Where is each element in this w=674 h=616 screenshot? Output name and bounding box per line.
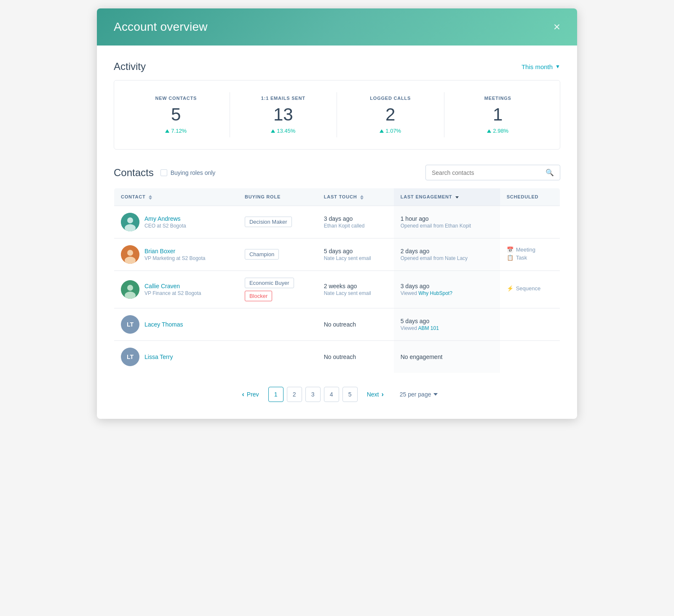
contact-cell: LT Lacey Thomas	[114, 308, 238, 340]
prev-button[interactable]: ‹ Prev	[236, 387, 265, 402]
contacts-title-area: Contacts Buying roles only	[114, 167, 215, 179]
engagement-link[interactable]: ABM 101	[418, 325, 439, 331]
last-touch-cell: 2 weeks ago Nate Lacy sent email	[317, 271, 394, 308]
contact-name[interactable]: Callie Craven	[144, 283, 201, 289]
scheduled-cell: ⚡Sequence	[500, 271, 560, 308]
last-touch-value: 2 weeks ago	[324, 283, 387, 289]
scheduled-label: Task	[516, 254, 527, 261]
col-last-touch[interactable]: LAST TOUCH	[317, 188, 394, 206]
scheduled-icon: ⚡	[507, 285, 514, 292]
engagement-link[interactable]: Why HubSpot?	[418, 290, 452, 296]
up-arrow-icon	[487, 129, 491, 133]
stat-change-new-contacts: 7.12%	[129, 128, 223, 134]
last-engagement-cell: 1 hour ago Opened email from Ethan Kopit	[394, 206, 500, 238]
pagination: ‹ Prev 1 2 3 4 5 Next › 25 per page	[114, 387, 560, 402]
up-arrow-icon	[380, 129, 384, 133]
contact-cell: LT Lissa Terry	[114, 340, 238, 373]
svg-point-1	[127, 217, 133, 223]
stat-value-new-contacts: 5	[129, 105, 223, 124]
search-input[interactable]	[432, 169, 542, 176]
stat-label-meetings: MEETINGS	[451, 96, 545, 101]
contact-name[interactable]: Amy Andrews	[144, 215, 186, 222]
stat-new-contacts: NEW CONTACTS 5 7.12%	[123, 92, 230, 137]
sort-down	[149, 198, 152, 200]
chevron-right-icon: ›	[381, 391, 383, 398]
buying-role-cell: Champion	[238, 238, 317, 271]
col-scheduled: SCHEDULED	[500, 188, 560, 206]
period-selector[interactable]: This month ▼	[522, 63, 560, 70]
sort-icon-contact	[149, 195, 152, 200]
next-button[interactable]: Next ›	[361, 387, 390, 402]
contact-name[interactable]: Brian Boxer	[144, 248, 206, 254]
scheduled-cell	[500, 308, 560, 340]
last-touch-detail: Nate Lacy sent email	[324, 255, 387, 261]
stat-logged-calls: LOGGED CALLS 2 1.07%	[337, 92, 444, 137]
activity-title: Activity	[114, 61, 146, 72]
contact-name[interactable]: Lacey Thomas	[144, 321, 183, 328]
table-header-row: CONTACT BUYING ROLE LAST TOUCH	[114, 188, 560, 206]
engagement-detail: Viewed Why HubSpot?	[401, 290, 493, 296]
last-touch-cell: 3 days ago Ethan Kopit called	[317, 206, 394, 238]
stat-label-emails: 1:1 EMAILS SENT	[237, 96, 330, 101]
page-2-button[interactable]: 2	[287, 387, 302, 402]
stat-change-pct-emails: 13.45%	[277, 128, 295, 134]
last-engagement-value: 1 hour ago	[401, 215, 493, 222]
last-touch-detail: Nate Lacy sent email	[324, 290, 387, 296]
engagement-detail: Opened email from Ethan Kopit	[401, 223, 493, 229]
last-touch-cell: No outreach	[317, 308, 394, 340]
contacts-table: CONTACT BUYING ROLE LAST TOUCH	[114, 188, 560, 373]
engagement-detail: Viewed ABM 101	[401, 325, 493, 331]
close-button[interactable]: ×	[554, 21, 560, 33]
stat-value-emails: 13	[237, 105, 330, 124]
chevron-left-icon: ‹	[242, 391, 244, 398]
avatar: LT	[121, 315, 139, 334]
avatar: LT	[121, 348, 139, 366]
buying-role-blocker-badge: Blocker	[245, 291, 272, 301]
scheduled-item: 📋Task	[507, 254, 553, 261]
prev-label: Prev	[247, 391, 259, 398]
col-last-engagement[interactable]: LAST ENGAGEMENT	[394, 188, 500, 206]
stat-value-meetings: 1	[451, 105, 545, 124]
last-touch-detail: Ethan Kopit called	[324, 223, 387, 229]
stat-change-pct-calls: 1.07%	[385, 128, 401, 134]
table-row: Brian Boxer VP Marketing at S2 Bogota Ch…	[114, 238, 560, 271]
stat-change-calls: 1.07%	[344, 128, 437, 134]
avatar	[121, 213, 139, 231]
svg-point-4	[127, 250, 133, 256]
page-4-button[interactable]: 4	[324, 387, 339, 402]
contacts-search-box[interactable]: 🔍	[425, 165, 560, 180]
chevron-down-icon: ▼	[555, 64, 560, 70]
stat-meetings: MEETINGS 1 2.98%	[444, 92, 552, 137]
scheduled-cell	[500, 340, 560, 373]
account-overview-modal: Account overview × Activity This month ▼…	[97, 8, 577, 419]
activity-section-header: Activity This month ▼	[114, 61, 560, 72]
buying-role-badge: Champion	[245, 249, 279, 260]
caret-down-icon	[433, 393, 438, 396]
last-touch-value: 5 days ago	[324, 248, 387, 254]
per-page-selector[interactable]: 25 per page	[400, 391, 438, 398]
buying-roles-label: Buying roles only	[171, 169, 216, 176]
buying-role-cell: Economic BuyerBlocker	[238, 271, 317, 308]
contact-subtitle: VP Marketing at S2 Bogota	[144, 255, 206, 261]
avatar	[121, 280, 139, 299]
stat-change-pct-new-contacts: 7.12%	[171, 128, 187, 134]
engagement-detail: Opened email from Nate Lacy	[401, 255, 493, 261]
stat-label-new-contacts: NEW CONTACTS	[129, 96, 223, 101]
contact-cell: Brian Boxer VP Marketing at S2 Bogota	[114, 238, 238, 271]
contact-name[interactable]: Lissa Terry	[144, 354, 173, 360]
scheduled-label: Sequence	[516, 285, 541, 292]
last-engagement-cell: 3 days ago Viewed Why HubSpot?	[394, 271, 500, 308]
last-engagement-value: 3 days ago	[401, 283, 493, 289]
page-3-button[interactable]: 3	[305, 387, 321, 402]
contact-subtitle: CEO at S2 Bogota	[144, 223, 186, 229]
page-1-button[interactable]: 1	[268, 387, 284, 402]
sort-icon-last-engagement	[455, 196, 459, 198]
buying-roles-filter[interactable]: Buying roles only	[160, 169, 216, 176]
col-contact[interactable]: CONTACT	[114, 188, 238, 206]
buying-roles-checkbox[interactable]	[160, 169, 167, 176]
modal-body: Activity This month ▼ NEW CONTACTS 5 7.1…	[97, 46, 577, 419]
contact-info: Callie Craven VP Finance at S2 Bogota	[144, 283, 201, 296]
buying-role-cell	[238, 308, 317, 340]
page-5-button[interactable]: 5	[342, 387, 358, 402]
contact-info: Lissa Terry	[144, 354, 173, 360]
